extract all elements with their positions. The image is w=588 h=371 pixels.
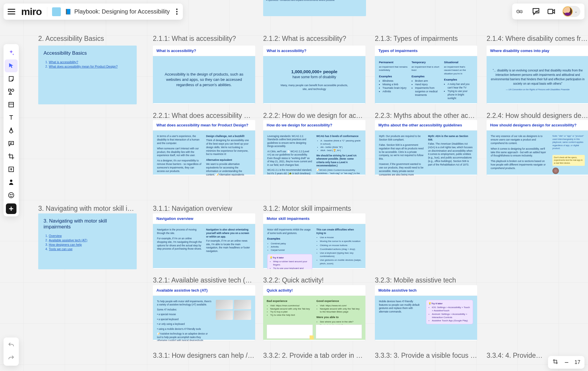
card-title: What is accessibility? <box>263 46 365 56</box>
sticky-note-tool[interactable] <box>5 72 18 85</box>
frame-heading[interactable]: 2. Accessibility Basics <box>38 35 137 43</box>
content-card[interactable]: Motor skill impairmentsMotor skill impai… <box>263 213 365 269</box>
board-title[interactable]: Playbook: Designing for Accessibility <box>74 8 170 15</box>
content-card[interactable]: What is accessibility?1,000,000,000+ peo… <box>263 46 365 104</box>
miro-logo[interactable]: miro <box>21 6 42 17</box>
frame-heading[interactable]: 2.1.1: What is accessibility? <box>153 35 255 43</box>
frame-heading[interactable]: 3.3.3: 3. Provide a visible focus st… <box>375 352 477 360</box>
frame-heading[interactable]: 2.1.3: Types of impairments <box>375 35 477 43</box>
card-title: What is accessibility? <box>153 46 255 56</box>
comments-icon[interactable] <box>532 7 540 16</box>
content-card[interactable]: Navigation overviewNavigation is the pro… <box>153 213 255 269</box>
content-card[interactable]: What does accessibility mean for Product… <box>153 120 255 176</box>
frame-tool[interactable] <box>5 98 18 111</box>
ai-sparkle-icon[interactable] <box>5 46 18 59</box>
content-card[interactable]: How should designers design for accessib… <box>487 120 588 176</box>
shapes-tool[interactable] <box>5 85 18 98</box>
card-title: How do we design for accessibility? <box>263 120 365 131</box>
select-tool[interactable] <box>5 59 18 72</box>
main-menu-button[interactable] <box>8 9 15 14</box>
frame-heading[interactable]: 3. Navigating with motor skill imp… <box>38 205 137 213</box>
card-body: Motor skill impairments inhibit the usag… <box>263 224 365 268</box>
section-frame[interactable]: 3. Navigating with motor skill impairmen… <box>38 213 137 269</box>
frame-link[interactable]: How designers can help <box>49 243 131 246</box>
zoom-controls: − 17 <box>548 356 584 369</box>
card-title: Mobile assistive tech <box>375 285 477 296</box>
frame-title: 3. Navigating with motor skill impairmen… <box>44 218 131 230</box>
frame-link[interactable]: Overview <box>49 234 131 238</box>
card-body: The very essence of our role as designer… <box>487 131 588 175</box>
svg-point-7 <box>10 194 11 195</box>
fit-icon[interactable] <box>552 358 559 366</box>
content-card[interactable]: How do we design for accessibility?Lever… <box>263 120 365 176</box>
content-card[interactable]: Mobile assistive techMobile devices have… <box>375 285 477 341</box>
frame-heading[interactable]: 3.2.2: Quick activity! <box>263 276 365 284</box>
card-title: Quick activity! <box>263 285 365 296</box>
card-title: Available assistive tech (AT) <box>153 285 255 296</box>
user-avatar-menu[interactable]: ⌄ <box>562 6 580 17</box>
zoom-value[interactable]: 17 <box>574 359 580 365</box>
svg-rect-2 <box>9 89 11 91</box>
frame-link[interactable]: What does accessibility mean for Product… <box>49 65 131 68</box>
section-frame[interactable]: Accessibility BasicsWhat is accessibilit… <box>38 46 137 104</box>
text-tool[interactable] <box>5 111 18 124</box>
frame-link[interactable]: Available assistive tech (AT) <box>49 238 131 242</box>
frame-heading[interactable]: 2.2.2: How do we design for acces… <box>263 112 365 120</box>
screenshots-row <box>267 325 362 339</box>
owl-icon <box>552 168 559 174</box>
undo-button[interactable] <box>5 339 18 352</box>
comment-tool[interactable] <box>5 137 18 150</box>
svg-point-6 <box>9 193 14 198</box>
divider <box>47 7 47 16</box>
content-card[interactable]: What is accessibility?Accessibility is t… <box>153 46 255 104</box>
more-tools-button[interactable] <box>6 203 16 214</box>
image-placeholder <box>234 300 251 309</box>
stickers-tool[interactable] <box>5 189 18 202</box>
frame-heading[interactable]: 2.1.4: Where disability comes from <box>487 35 588 43</box>
board-more-menu-button[interactable] <box>175 7 179 16</box>
frame-link[interactable]: Tools we can use <box>49 247 131 251</box>
persona-tool[interactable] <box>5 176 18 189</box>
card-title: What does accessibility mean for Product… <box>153 120 255 131</box>
redo-button[interactable] <box>5 352 18 365</box>
activities-icon[interactable] <box>516 7 525 16</box>
try-it-later-note[interactable]: 💡Try it laterWrap a rubber band around y… <box>267 254 312 269</box>
board-canvas[interactable]: 2. Accessibility Basics2.1.1: What is ac… <box>0 0 588 371</box>
card-title: Myths about the other accessibility guid… <box>375 120 477 131</box>
frame-heading[interactable]: 3.2.1: Available assistive tech (AT) <box>153 276 255 284</box>
pen-tool[interactable] <box>5 124 18 137</box>
frame-heading[interactable]: 2.2.4: How should designers design for a… <box>487 112 588 120</box>
tool-panel <box>4 44 19 216</box>
frame-heading[interactable]: 3.1.2: Motor skill impairments <box>263 205 365 213</box>
frame-title: Accessibility Basics <box>44 50 131 56</box>
upload-tool[interactable] <box>5 163 18 176</box>
svg-point-8 <box>12 194 12 195</box>
content-card[interactable]: Myths about the other accessibility guid… <box>375 120 477 176</box>
content-card[interactable]: Quick activity!Bad experienceVisit: http… <box>263 285 365 341</box>
try-it-later-note[interactable]: 💡Try it lateriOS: Settings > Accessibili… <box>426 300 473 324</box>
frame-heading[interactable]: 3.2.3: Mobile assistive tech <box>375 276 477 284</box>
top-toolbar-left: miro 📘 Playbook: Designing for Accessibi… <box>4 4 183 20</box>
frame-heading[interactable]: 3.3.2: 2. Provide a tab order in ou… <box>263 352 365 360</box>
content-card[interactable]: Available assistive tech (AT)To help peo… <box>153 285 255 341</box>
sticky-note[interactable]: Don't check all the specs, experiments t… <box>552 155 585 166</box>
frame-heading[interactable]: 3.3.1: How designers can help / 1… <box>153 352 255 360</box>
undo-redo-panel <box>4 337 19 366</box>
top-toolbar-right: ⌄ <box>512 4 584 19</box>
frame-heading[interactable]: 2.2.3: Myths about the other acce… <box>375 112 477 120</box>
board-thumbnail-icon[interactable] <box>52 7 61 16</box>
image-placeholder <box>216 310 233 320</box>
frame-heading[interactable]: 2.2.1: What does accessibility mea… <box>153 112 255 120</box>
video-icon[interactable] <box>547 7 556 16</box>
frame-crop-tool[interactable] <box>5 150 18 163</box>
frame-heading[interactable]: 3.1.1: Navigation overview <box>153 205 255 213</box>
svg-rect-1 <box>548 9 553 14</box>
image-placeholder <box>234 310 251 320</box>
content-card[interactable]: Where disability comes into play"... dis… <box>487 46 588 104</box>
frame-link[interactable]: What is accessibility? <box>49 60 131 64</box>
content-card[interactable]: Types of impairmentsPermanentan impairme… <box>375 46 477 104</box>
frame-heading[interactable]: 2.1.2: What is accessibility? <box>263 35 365 43</box>
card-body: Myth: Our products are required to be Se… <box>375 131 477 175</box>
frame-link-list: What is accessibility?What does accessib… <box>44 60 131 68</box>
card-body: Mobile devices have AT-friendly features… <box>375 296 477 340</box>
